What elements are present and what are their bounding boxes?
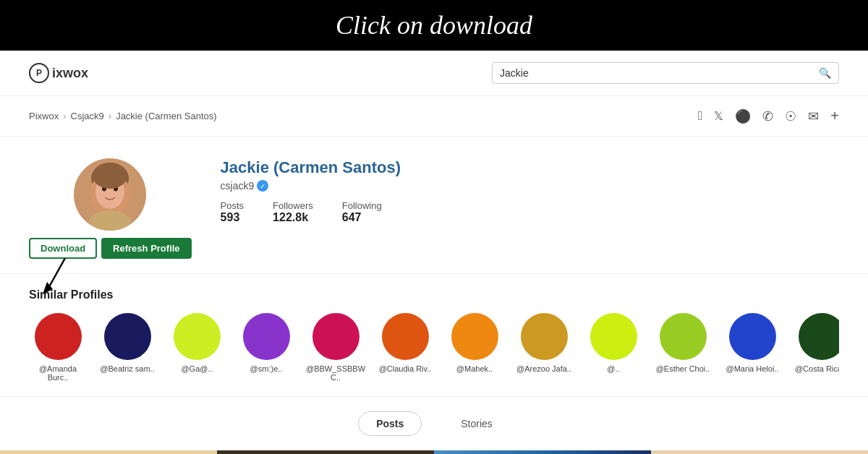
search-bar: 🔍 <box>492 62 839 84</box>
similar-avatar <box>35 313 82 360</box>
arrow-indicator <box>40 254 76 301</box>
followers-label: Followers <box>273 200 313 211</box>
similar-section: Similar Profiles @Amanda Burc.. @Beatriz… <box>0 273 868 397</box>
breadcrumb-sep-2: › <box>109 111 111 121</box>
svg-point-18 <box>590 313 637 360</box>
similar-avatar <box>660 313 707 360</box>
post-thumb-4[interactable] <box>651 450 868 454</box>
svg-point-21 <box>799 313 840 360</box>
profile-left: Download Refresh Profile <box>29 158 192 259</box>
svg-point-12 <box>174 313 221 360</box>
similar-profile-item[interactable]: @sm:)e.. <box>237 313 295 373</box>
svg-rect-22 <box>0 450 217 454</box>
breadcrumb-pixwox[interactable]: Pixwox <box>29 111 59 121</box>
similar-avatar <box>451 313 498 360</box>
profile-name: Jackie (Carmen Santos) <box>221 158 839 177</box>
following-value: 647 <box>342 211 382 224</box>
posts-grid: skier so now you have to become a skier <box>0 443 868 454</box>
similar-avatar <box>590 313 637 360</box>
reddit-icon[interactable]: ☉ <box>785 108 796 124</box>
similar-profile-name: @sm:)e.. <box>250 364 283 373</box>
similar-profile-name: @Amanda Burc.. <box>29 364 87 382</box>
similar-avatar <box>382 313 429 360</box>
similar-profile-name: @Beatriz sam.. <box>100 364 154 373</box>
profile-section: Download Refresh Profile Jackie (Carmen … <box>0 137 868 273</box>
similar-avatar <box>174 313 221 360</box>
svg-point-15 <box>382 313 429 360</box>
similar-title: Similar Profiles <box>29 288 839 301</box>
similar-profile-item[interactable]: @Arezoo Jafa.. <box>515 313 573 373</box>
similar-profile-item[interactable]: @.. <box>584 313 642 373</box>
posts-value: 593 <box>221 211 244 224</box>
profile-stats: Posts 593 Followers 122.8k Following 647 <box>221 200 839 224</box>
similar-avatar <box>521 313 568 360</box>
similar-list: @Amanda Burc.. @Beatriz sam.. @Ga@.. @sm… <box>29 313 839 382</box>
svg-point-10 <box>35 313 82 360</box>
similar-profile-name: @.. <box>607 364 619 373</box>
similar-profile-name: @Esther Choi.. <box>656 364 710 373</box>
similar-profile-item[interactable]: @Esther Choi.. <box>654 313 712 373</box>
post-thumb-1[interactable] <box>0 450 217 454</box>
similar-profile-item[interactable]: @BBW_SSBBW C.. <box>307 313 365 382</box>
refresh-profile-button[interactable]: Refresh Profile <box>101 238 191 259</box>
breadcrumb-csjack9[interactable]: Csjack9 <box>71 111 104 121</box>
top-banner: Click on download <box>0 0 868 51</box>
similar-profile-item[interactable]: @Costa Rican. <box>793 313 839 373</box>
whatsapp-icon[interactable]: ✆ <box>762 108 773 124</box>
similar-profile-name: @Claudia Riv.. <box>379 364 432 373</box>
similar-profile-item[interactable]: @Maria Heloi.. <box>723 313 781 373</box>
profile-buttons: Download Refresh Profile <box>29 238 192 259</box>
similar-profile-item[interactable]: @Mahek.. <box>446 313 503 373</box>
similar-profile-name: @Arezoo Jafa.. <box>516 364 571 373</box>
post-thumb-2[interactable] <box>217 450 434 454</box>
similar-profile-item[interactable]: @Claudia Riv.. <box>376 313 434 373</box>
breadcrumb-sep-1: › <box>63 111 66 121</box>
logo-text: ixwox <box>52 66 88 81</box>
more-icon[interactable]: + <box>830 108 839 124</box>
arrow-svg <box>40 254 76 298</box>
social-icons:  𝕏 ⚫ ✆ ☉ ✉ + <box>698 108 839 124</box>
similar-profile-name: @Mahek.. <box>456 364 493 373</box>
messenger-icon[interactable]: ✉ <box>808 108 819 124</box>
similar-profile-item[interactable]: @Beatriz sam.. <box>98 313 156 373</box>
tab-posts[interactable]: Posts <box>358 411 422 436</box>
similar-avatar <box>104 313 151 360</box>
stat-followers: Followers 122.8k <box>273 200 313 224</box>
twitter-icon[interactable]: 𝕏 <box>714 109 723 123</box>
svg-point-14 <box>312 313 359 360</box>
header: P ixwox 🔍 <box>0 51 868 96</box>
posts-label: Posts <box>221 200 244 211</box>
facebook-icon[interactable]:  <box>698 108 703 124</box>
following-label: Following <box>342 200 382 211</box>
similar-avatar <box>729 313 776 360</box>
similar-profile-item[interactable]: @Ga@.. <box>168 313 226 373</box>
svg-point-17 <box>521 313 568 360</box>
similar-profile-name: @Ga@.. <box>181 364 212 373</box>
profile-info: Jackie (Carmen Santos) csjack9 ✓ Posts 5… <box>221 158 839 224</box>
avatar <box>74 158 146 231</box>
pinterest-icon[interactable]: ⚫ <box>735 108 751 124</box>
post-thumb-3[interactable]: skier so now you have to become a skier <box>434 450 651 454</box>
tabs-row: Posts Stories <box>0 397 868 443</box>
profile-username: csjack9 ✓ <box>221 180 839 192</box>
svg-point-13 <box>243 313 290 360</box>
logo[interactable]: P ixwox <box>29 63 88 83</box>
followers-value: 122.8k <box>273 211 313 224</box>
svg-rect-32 <box>651 450 868 454</box>
stat-following: Following 647 <box>342 200 382 224</box>
tab-stories[interactable]: Stories <box>443 411 510 436</box>
svg-point-20 <box>729 313 776 360</box>
svg-point-16 <box>451 313 498 360</box>
search-icon[interactable]: 🔍 <box>819 67 831 79</box>
similar-profile-name: @Maria Heloi.. <box>726 364 779 373</box>
svg-point-19 <box>660 313 707 360</box>
search-input[interactable] <box>500 67 819 79</box>
stat-posts: Posts 593 <box>221 200 244 224</box>
similar-profile-item[interactable]: @Amanda Burc.. <box>29 313 87 382</box>
banner-text: Click on download <box>336 11 532 40</box>
similar-avatar <box>312 313 359 360</box>
verified-badge: ✓ <box>257 180 268 192</box>
breadcrumb: Pixwox › Csjack9 › Jackie (Carmen Santos… <box>29 111 217 121</box>
svg-point-11 <box>104 313 151 360</box>
similar-profile-name: @BBW_SSBBW C.. <box>306 364 365 382</box>
